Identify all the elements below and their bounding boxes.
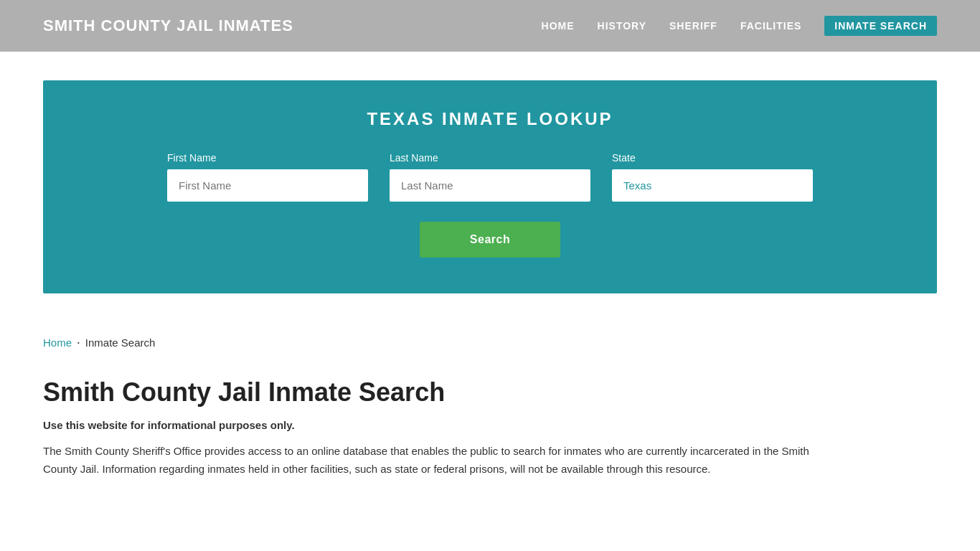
last-name-label: Last Name <box>390 152 590 164</box>
breadcrumb: Home • Inmate Search <box>0 322 980 363</box>
state-label: State <box>612 152 813 164</box>
breadcrumb-home[interactable]: Home <box>43 336 72 349</box>
state-group: State <box>612 152 813 202</box>
breadcrumb-current: Inmate Search <box>85 336 156 349</box>
nav-inmate-search[interactable]: INMATE SEARCH <box>824 16 937 36</box>
search-button[interactable]: Search <box>420 222 560 258</box>
first-name-input[interactable] <box>167 169 368 202</box>
last-name-group: Last Name <box>390 152 590 202</box>
nav-facilities[interactable]: FACILITIES <box>740 20 801 32</box>
nav-history[interactable]: HISTORY <box>598 20 646 32</box>
main-content: Smith County Jail Inmate Search Use this… <box>0 363 980 519</box>
site-title: SMITH COUNTY JAIL INMATES <box>43 17 293 35</box>
breadcrumb-separator: • <box>77 339 80 346</box>
last-name-input[interactable] <box>390 169 590 202</box>
nav-sheriff[interactable]: SHERIFF <box>669 20 717 32</box>
main-nav: HOME HISTORY SHERIFF FACILITIES INMATE S… <box>542 16 937 36</box>
paragraph-1: The Smith County Sheriff's Office provid… <box>43 443 832 479</box>
info-line: Use this website for informational purpo… <box>43 419 937 431</box>
site-header: SMITH COUNTY JAIL INMATES HOME HISTORY S… <box>0 0 980 52</box>
search-panel: TEXAS INMATE LOOKUP First Name Last Name… <box>43 80 937 293</box>
search-panel-title: TEXAS INMATE LOOKUP <box>86 109 894 129</box>
search-btn-container: Search <box>86 222 894 258</box>
state-input[interactable] <box>612 169 813 202</box>
search-fields: First Name Last Name State <box>86 152 894 202</box>
page-title: Smith County Jail Inmate Search <box>43 377 937 408</box>
nav-home[interactable]: HOME <box>542 20 575 32</box>
first-name-group: First Name <box>167 152 368 202</box>
first-name-label: First Name <box>167 152 368 164</box>
